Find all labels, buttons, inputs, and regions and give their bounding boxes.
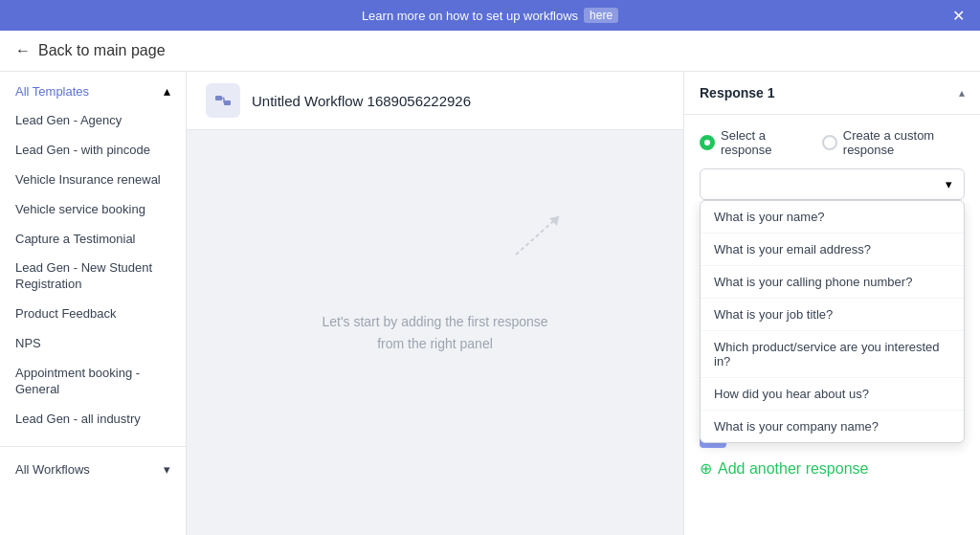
banner-text: Learn more on how to set up workflows [362, 9, 578, 23]
dropdown-list: What is your name? What is your email ad… [700, 200, 965, 443]
all-templates-label: All Templates [15, 84, 89, 99]
banner-close-button[interactable]: ✕ [952, 7, 965, 25]
select-response-option[interactable]: Select a response [700, 128, 803, 157]
all-workflows-header[interactable]: All Workflows ▾ [0, 451, 186, 488]
all-workflows-label: All Workflows [15, 462, 90, 477]
dropdown-item-6[interactable]: What is your company name? [701, 411, 964, 442]
workflow-icon [206, 83, 240, 118]
all-templates-header[interactable]: All Templates ▴ [15, 83, 170, 99]
sidebar: All Templates ▴ Lead Gen - Agency Lead G… [0, 72, 187, 535]
svg-line-4 [516, 216, 559, 255]
templates-section: All Templates ▴ Lead Gen - Agency Lead G… [0, 72, 186, 442]
sidebar-item-capture-testimonial[interactable]: Capture a Testimonial [15, 225, 170, 255]
sidebar-item-lead-gen-industry[interactable]: Lead Gen - all industry [15, 405, 170, 435]
canvas-area: Untitled Workflow 1689056222926 Let's st… [187, 72, 683, 535]
panel-title: Response 1 [700, 85, 775, 100]
sidebar-item-vehicle-service[interactable]: Vehicle service booking [15, 195, 170, 225]
svg-rect-1 [224, 100, 231, 105]
response-dropdown-container: ▾ What is your name? What is your email … [700, 168, 965, 200]
sidebar-items-list: Lead Gen - Agency Lead Gen - with pincod… [15, 106, 170, 435]
right-panel: Response 1 ▴ Select a response Create a … [683, 72, 980, 535]
back-icon: ← [15, 42, 31, 59]
sidebar-item-lead-gen-agency[interactable]: Lead Gen - Agency [15, 106, 170, 136]
canvas-body: Let's start by adding the first response… [187, 130, 683, 535]
panel-header: Response 1 ▴ [684, 72, 980, 115]
workflow-title: Untitled Workflow 1689056222926 [252, 93, 471, 109]
banner-link[interactable]: here [584, 8, 618, 23]
custom-response-radio[interactable] [822, 135, 837, 150]
dropdown-item-2[interactable]: What is your calling phone number? [701, 266, 964, 299]
sidebar-item-lead-gen-student[interactable]: Lead Gen - New Student Registration [15, 254, 170, 300]
select-response-label: Select a response [721, 128, 803, 157]
dropdown-chevron-icon: ▾ [946, 177, 952, 191]
back-nav-label: Back to main page [38, 42, 166, 59]
back-nav[interactable]: ← Back to main page [0, 31, 980, 72]
main-layout: All Templates ▴ Lead Gen - Agency Lead G… [0, 72, 980, 535]
response-dropdown-trigger[interactable]: ▾ [700, 168, 965, 200]
canvas-arrow-graphic [511, 207, 568, 264]
add-response-label: Add another response [718, 460, 868, 478]
sidebar-item-vehicle-insurance[interactable]: Vehicle Insurance renewal [15, 166, 170, 195]
sidebar-item-lead-gen-pincode[interactable]: Lead Gen - with pincode [15, 136, 170, 166]
dropdown-item-3[interactable]: What is your job title? [701, 299, 964, 331]
custom-response-label: Create a custom response [843, 128, 965, 157]
canvas-hint-line2: from the right panel [377, 336, 493, 351]
response-type-radio-group: Select a response Create a custom respon… [700, 128, 965, 157]
canvas-hint-line1: Let's start by adding the first response [322, 314, 547, 329]
sidebar-item-nps[interactable]: NPS [15, 329, 170, 359]
svg-marker-5 [549, 216, 559, 226]
sidebar-item-product-feedback[interactable]: Product Feedback [15, 300, 170, 329]
panel-body: Select a response Create a custom respon… [684, 115, 980, 499]
canvas-hint: Let's start by adding the first response… [322, 311, 547, 354]
sidebar-divider [0, 446, 186, 447]
svg-rect-0 [215, 96, 222, 100]
select-response-radio[interactable] [700, 135, 715, 150]
templates-collapse-icon: ▴ [164, 83, 170, 99]
dropdown-item-0[interactable]: What is your name? [701, 201, 964, 234]
panel-collapse-icon[interactable]: ▴ [959, 86, 965, 100]
add-response-plus-icon: ⊕ [700, 459, 712, 478]
dropdown-item-1[interactable]: What is your email address? [701, 234, 964, 266]
workflows-expand-icon: ▾ [164, 462, 170, 477]
workflow-header: Untitled Workflow 1689056222926 [187, 72, 683, 130]
top-banner: Learn more on how to set up workflows he… [0, 0, 980, 31]
add-another-response-button[interactable]: ⊕ Add another response [700, 452, 965, 485]
custom-response-option[interactable]: Create a custom response [822, 128, 965, 157]
sidebar-item-appointment-general[interactable]: Appointment booking - General [15, 359, 170, 405]
dropdown-item-5[interactable]: How did you hear about us? [701, 378, 964, 411]
dropdown-item-4[interactable]: Which product/service are you interested… [701, 331, 964, 378]
